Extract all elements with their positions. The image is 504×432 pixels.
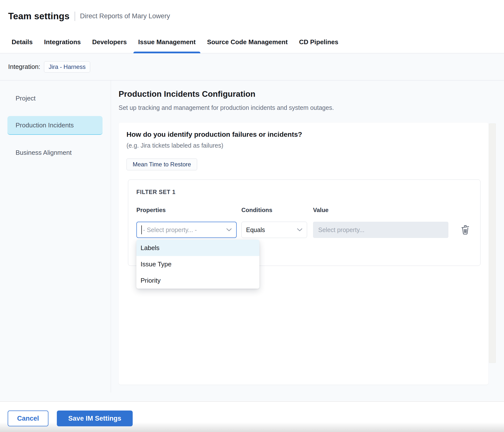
chevron-down-icon xyxy=(297,228,302,232)
delete-filter-button[interactable] xyxy=(459,223,471,236)
question-hint: (e.g. Jira tickets labeled as failures) xyxy=(126,142,481,149)
tab-issue-management[interactable]: Issue Management xyxy=(133,31,200,53)
mean-time-to-restore-chip[interactable]: Mean Time to Restore xyxy=(126,158,197,170)
condition-select[interactable]: Equals xyxy=(241,222,307,238)
property-select[interactable]: - Select property... - xyxy=(136,222,237,238)
dropdown-option-issue-type[interactable]: Issue Type xyxy=(136,256,259,272)
main-panel: Production Incidents Configuration Set u… xyxy=(111,80,504,401)
cancel-button[interactable]: Cancel xyxy=(8,411,48,426)
condition-select-value: Equals xyxy=(246,226,265,234)
incidents-config-card: How do you identify production failures … xyxy=(119,123,488,385)
tab-bar: Details Integrations Developers Issue Ma… xyxy=(0,31,504,53)
column-header-properties: Properties xyxy=(136,207,241,214)
page-title: Team settings xyxy=(8,11,70,21)
property-select-placeholder: - Select property... - xyxy=(143,226,197,234)
scrollbar-track[interactable] xyxy=(489,123,496,363)
page-subtitle: Direct Reports of Mary Lowery xyxy=(80,12,170,20)
filter-set-title: FILTER SET 1 xyxy=(136,189,480,196)
page-header: Team settings Direct Reports of Mary Low… xyxy=(0,0,504,31)
section-title: Production Incidents Configuration xyxy=(119,89,488,99)
sidebar-item-project[interactable]: Project xyxy=(7,89,103,108)
dropdown-option-priority[interactable]: Priority xyxy=(136,272,259,289)
section-subtitle: Set up tracking and management for produ… xyxy=(119,104,488,111)
footer-bar: Cancel Save IM Settings xyxy=(0,401,504,432)
tab-developers[interactable]: Developers xyxy=(87,31,131,53)
property-dropdown: Labels Issue Type Priority xyxy=(136,240,259,289)
question-title: How do you identify production failures … xyxy=(126,131,481,138)
sidebar-item-business-alignment[interactable]: Business Alignment xyxy=(7,143,103,162)
filter-column-headers: Properties Conditions Value xyxy=(136,207,480,214)
value-input[interactable] xyxy=(313,222,448,238)
sidebar-item-production-incidents[interactable]: Production Incidents xyxy=(7,116,103,135)
column-header-conditions: Conditions xyxy=(241,207,313,214)
tab-integrations[interactable]: Integrations xyxy=(39,31,85,53)
team-settings-page: Team settings Direct Reports of Mary Low… xyxy=(0,0,504,432)
text-cursor xyxy=(141,225,142,234)
filter-set-1: FILTER SET 1 Properties Conditions Value… xyxy=(128,179,481,266)
settings-sidebar: Project Production Incidents Business Al… xyxy=(0,80,111,401)
trash-icon xyxy=(460,224,470,235)
integration-bar: Integration: Jira - Harness xyxy=(0,53,504,80)
content-area: Project Production Incidents Business Al… xyxy=(0,80,504,401)
save-im-settings-button[interactable]: Save IM Settings xyxy=(57,411,133,426)
integration-chip[interactable]: Jira - Harness xyxy=(44,61,90,73)
tab-source-code-management[interactable]: Source Code Management xyxy=(202,31,293,53)
filter-row: - Select property... - Equals xyxy=(136,222,480,238)
tab-cd-pipelines[interactable]: CD Pipelines xyxy=(294,31,343,53)
integration-label: Integration: xyxy=(8,63,40,71)
column-header-value: Value xyxy=(313,207,480,214)
dropdown-option-labels[interactable]: Labels xyxy=(136,240,259,256)
tab-details[interactable]: Details xyxy=(7,31,37,53)
title-divider xyxy=(75,12,75,21)
chevron-down-icon xyxy=(226,228,232,232)
